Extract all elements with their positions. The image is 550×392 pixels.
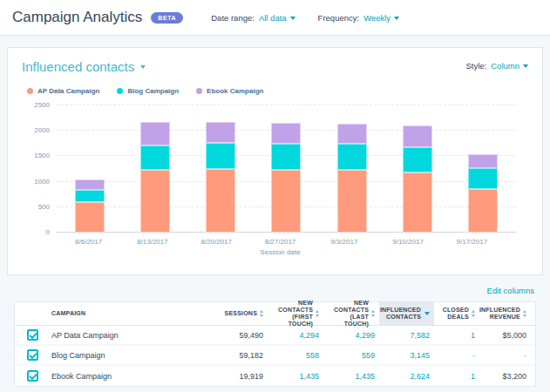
cell-influenced-contacts[interactable]: 3,145: [379, 351, 434, 360]
y-axis-tick-label: 1500: [34, 152, 50, 159]
bar-segment-ap-data-campaign[interactable]: [140, 170, 170, 233]
column-header-label: NEWCONTACTS(LAST TOUCH): [323, 300, 369, 328]
bar-segment-blog-campaign[interactable]: [75, 190, 105, 202]
column-header-sessions[interactable]: SESSIONS: [212, 302, 268, 325]
bar-segment-ap-data-campaign[interactable]: [468, 189, 498, 233]
legend-label: Ebook Campaign: [207, 87, 263, 95]
header-filters: Date range: All data Frequency: Weekly: [211, 13, 399, 23]
frequency-value: Weekly: [363, 13, 390, 23]
bar-slot: [384, 105, 450, 233]
legend-item-blog-campaign[interactable]: Blog Campaign: [117, 87, 179, 95]
chart-legend: AP Data CampaignBlog CampaignEbook Campa…: [27, 87, 528, 95]
column-header-label: INFLUENCEDCONTACTS: [380, 307, 421, 321]
table-row-ebook-campaign: Ebook Campaign19,9191,4351,4352,6241$3,2…: [15, 366, 535, 386]
bar-segment-ebook-campaign[interactable]: [206, 122, 235, 143]
bars-area: [57, 105, 516, 233]
column-header-influenced-contacts[interactable]: INFLUENCEDCONTACTS: [379, 302, 434, 325]
chevron-down-icon: [140, 65, 146, 69]
cell-new-contacts-first-touch[interactable]: 4,294: [268, 331, 323, 340]
column-header-new-contacts-last-touch[interactable]: NEWCONTACTS(LAST TOUCH): [323, 302, 379, 325]
chevron-down-icon: [394, 17, 399, 20]
date-range-dropdown[interactable]: All data: [259, 13, 295, 23]
sort-up-icon: [523, 310, 526, 313]
cell-influenced-contacts[interactable]: 2,624: [379, 372, 434, 381]
bar-segment-blog-campaign[interactable]: [337, 144, 367, 170]
legend-item-ap-data-campaign[interactable]: AP Data Campaign: [27, 87, 99, 95]
campaign-name-cell[interactable]: AP Data Campaign: [50, 331, 212, 340]
bar-segment-blog-campaign[interactable]: [206, 143, 235, 168]
bar-slot: [122, 105, 187, 233]
frequency-filter: Frequency: Weekly: [318, 13, 400, 23]
bar-segment-ebook-campaign[interactable]: [271, 123, 301, 144]
bar-slot: [254, 105, 319, 233]
checkbox-cell: [15, 346, 50, 364]
cell-new-contacts-last-touch[interactable]: 1,435: [323, 372, 379, 381]
bar-segment-ebook-campaign[interactable]: [403, 125, 432, 148]
stacked-bar-8-20-2017[interactable]: [206, 122, 235, 233]
column-header-campaign[interactable]: CAMPAIGN: [50, 302, 212, 325]
bar-segment-ap-data-campaign[interactable]: [271, 170, 301, 233]
bar-segment-ap-data-campaign[interactable]: [75, 202, 105, 233]
legend-item-ebook-campaign[interactable]: Ebook Campaign: [196, 87, 263, 95]
frequency-dropdown[interactable]: Weekly: [363, 13, 399, 23]
x-axis-tick-label: 9/17/2017: [440, 238, 504, 246]
bar-segment-blog-campaign[interactable]: [140, 145, 170, 171]
stacked-bar-8-27-2017[interactable]: [271, 123, 301, 233]
cell-closed-deals[interactable]: 1: [434, 372, 479, 381]
cell-new-contacts-first-touch[interactable]: 558: [268, 351, 323, 360]
stacked-bar-8-6-2017[interactable]: [75, 179, 105, 233]
table-section: Edit columns CAMPAIGNSESSIONSNEWCONTACTS…: [7, 286, 543, 387]
bar-slot: [451, 105, 516, 233]
plot-area: [57, 105, 516, 233]
legend-label: Blog Campaign: [127, 87, 179, 95]
y-axis-tick-label: 500: [38, 203, 50, 211]
campaign-name-cell[interactable]: Blog Campaign: [50, 351, 212, 360]
bar-segment-ap-data-campaign[interactable]: [337, 170, 367, 233]
page-header: Campaign Analytics BETA Date range: All …: [0, 0, 550, 36]
page-title: Campaign Analytics: [12, 9, 142, 26]
bar-segment-blog-campaign[interactable]: [468, 168, 498, 189]
row-checkbox[interactable]: [27, 329, 38, 341]
bar-segment-ebook-campaign[interactable]: [468, 154, 498, 169]
beta-badge: BETA: [151, 12, 183, 24]
date-range-value: All data: [259, 13, 287, 23]
chart-metric-dropdown[interactable]: Influenced contacts: [22, 59, 146, 74]
y-axis-tick-label: 0: [46, 228, 50, 236]
x-axis-tick-label: 9/10/2017: [376, 238, 439, 246]
bar-segment-ap-data-campaign[interactable]: [206, 169, 235, 233]
cell-new-contacts-first-touch[interactable]: 1,435: [268, 372, 323, 381]
x-axis-tick-label: 8/13/2017: [120, 238, 184, 246]
y-axis-tick-label: 2500: [34, 101, 50, 109]
bar-segment-ebook-campaign[interactable]: [75, 179, 105, 190]
bar-segment-blog-campaign[interactable]: [403, 147, 432, 172]
bar-segment-ebook-campaign[interactable]: [140, 122, 170, 145]
row-checkbox[interactable]: [27, 370, 38, 382]
cell-closed-deals[interactable]: 1: [434, 331, 479, 340]
cell-influenced-contacts[interactable]: 7,582: [379, 331, 434, 340]
cell-new-contacts-last-touch[interactable]: 4,299: [323, 331, 379, 340]
column-header-closed-deals[interactable]: CLOSEDDEALS: [434, 302, 479, 325]
cell-sessions: 19,919: [212, 372, 268, 381]
bar-segment-ebook-campaign[interactable]: [337, 124, 367, 145]
sort-down-icon: [523, 314, 526, 317]
column-header-label: NEWCONTACTS(FIRST TOUCH): [268, 300, 313, 328]
y-axis-tick-label: 2000: [34, 126, 50, 134]
edit-columns-link[interactable]: Edit columns: [487, 286, 534, 295]
style-dropdown[interactable]: Column: [491, 61, 528, 71]
cell-new-contacts-last-touch[interactable]: 559: [323, 351, 379, 360]
bar-segment-blog-campaign[interactable]: [271, 144, 301, 169]
row-checkbox[interactable]: [27, 349, 38, 361]
bar-segment-ap-data-campaign[interactable]: [403, 172, 432, 233]
cell-influenced-revenue: $5,000: [479, 331, 535, 340]
bar-slot: [57, 105, 122, 233]
stacked-bar-9-10-2017[interactable]: [403, 125, 432, 233]
style-value: Column: [491, 61, 519, 71]
column-header-label: SESSIONS: [225, 310, 257, 317]
campaign-name-cell[interactable]: Ebook Campaign: [50, 372, 212, 381]
stacked-bar-9-17-2017[interactable]: [468, 154, 498, 233]
edit-columns-row: Edit columns: [16, 286, 534, 295]
stacked-bar-9-3-2017[interactable]: [337, 124, 367, 233]
column-header-influenced-revenue[interactable]: INFLUENCEDREVENUE: [479, 302, 535, 325]
column-header-new-contacts-first-touch[interactable]: NEWCONTACTS(FIRST TOUCH): [268, 302, 323, 325]
stacked-bar-8-13-2017[interactable]: [140, 122, 170, 233]
